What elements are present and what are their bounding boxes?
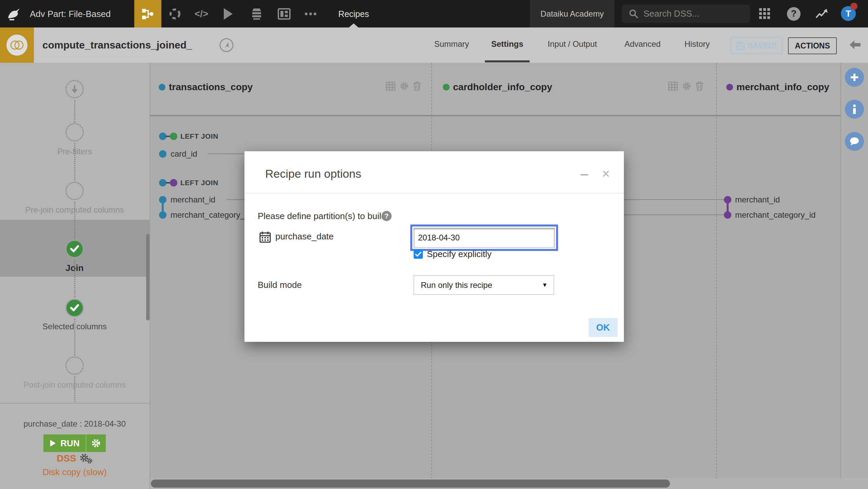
trash-icon[interactable] <box>695 81 704 91</box>
collapse-panel-arrow-icon[interactable] <box>849 40 861 50</box>
field-dot <box>159 196 166 203</box>
add-dataset-button[interactable] <box>845 68 864 87</box>
field-dot <box>159 211 166 219</box>
horizontal-scrollbar-thumb[interactable] <box>151 480 670 488</box>
dataset-color-dot <box>726 84 733 91</box>
lab-icon[interactable] <box>168 7 182 21</box>
right-action-rail <box>841 63 868 478</box>
step-connector <box>74 376 75 402</box>
jobs-list-icon[interactable] <box>250 7 263 21</box>
dataiku-bird-logo[interactable] <box>6 6 21 21</box>
info-icon <box>852 104 856 114</box>
run-options-gear[interactable] <box>86 434 106 452</box>
build-mode-select[interactable]: Run only this recipe ▼ <box>414 275 554 295</box>
tab-input-output[interactable]: Input / Output <box>548 39 597 49</box>
actions-button[interactable]: ACTIONS <box>788 37 837 54</box>
check-icon <box>415 252 421 257</box>
venn-circles-icon <box>6 35 27 56</box>
tab-settings[interactable]: Settings <box>491 39 524 49</box>
close-icon[interactable]: × <box>602 166 610 181</box>
current-section-label: Recipes <box>338 9 369 19</box>
trash-icon[interactable] <box>413 81 421 91</box>
join-steps-sidebar: Pre-filters Pre-join computed columns Jo… <box>0 63 150 489</box>
comments-button[interactable] <box>845 132 864 151</box>
tab-advanced[interactable]: Advanced <box>625 39 661 49</box>
project-name[interactable]: Adv Part: File-Based <box>30 9 111 19</box>
dataset-color-dot <box>159 84 165 91</box>
field-dot <box>724 211 731 219</box>
dataset-name-cardholder: cardholder_info_copy <box>453 82 552 93</box>
field-dot <box>159 150 166 158</box>
info-button[interactable] <box>845 100 864 119</box>
help-icon[interactable]: ? <box>381 211 392 221</box>
tab-summary[interactable]: Summary <box>434 39 469 49</box>
step-connector <box>74 100 75 122</box>
join-field[interactable]: merchant_category_ <box>171 210 245 220</box>
horizontal-scrollbar-track[interactable] <box>150 478 868 489</box>
dss-app-window: Adv Part: File-Based </> Recipes Dataiku… <box>0 0 868 489</box>
trend-icon[interactable] <box>815 8 829 20</box>
input-step-node[interactable] <box>65 80 84 98</box>
search-icon <box>629 9 639 19</box>
table-icon[interactable] <box>668 82 678 91</box>
partition-value-field <box>410 224 558 251</box>
step-circle <box>65 123 84 141</box>
gear-icon[interactable] <box>682 81 691 91</box>
step-done-circle <box>65 240 84 258</box>
join-type-label[interactable]: LEFT JOIN <box>180 132 218 140</box>
dashboard-icon[interactable] <box>278 8 291 20</box>
specify-explicitly-label[interactable]: Specify explicitly <box>427 249 492 259</box>
global-search[interactable] <box>622 5 750 23</box>
partition-summary: purchase_date : 2018-04-30 <box>23 419 126 429</box>
step-connector <box>74 202 75 239</box>
run-label: RUN <box>60 438 79 449</box>
join-type-label[interactable]: LEFT JOIN <box>180 179 218 187</box>
engine-detail-link[interactable]: Disk copy (slow) <box>42 467 106 477</box>
notification-dot <box>850 3 857 10</box>
build-mode-value: Run only this recipe <box>421 280 492 290</box>
dataset-name-merchant: merchant_info_copy <box>736 82 838 93</box>
build-mode-label: Build mode <box>258 280 302 290</box>
apps-grid-icon[interactable] <box>759 8 771 20</box>
active-tab-underline <box>485 60 530 62</box>
join-field[interactable]: merchant_id <box>171 195 215 204</box>
flow-icon[interactable] <box>134 0 161 27</box>
search-input[interactable] <box>643 8 746 19</box>
floppy-disk-icon <box>736 41 745 50</box>
chat-bubble-icon <box>849 137 860 146</box>
section-notch <box>349 23 358 27</box>
table-icon[interactable] <box>386 82 395 91</box>
minimize-icon[interactable]: – <box>580 166 588 181</box>
go-to-flow-icon[interactable] <box>219 38 234 53</box>
sidebar-scrollbar-thumb[interactable] <box>146 234 150 320</box>
run-button-main[interactable]: RUN <box>43 434 86 452</box>
code-icon[interactable]: </> <box>195 8 208 19</box>
join-field[interactable]: merchant_category_id <box>735 210 815 220</box>
saved-button[interactable]: SAVED! <box>730 37 782 54</box>
top-navbar: Adv Part: File-Based </> Recipes Dataiku… <box>0 0 868 27</box>
specify-explicitly-checkbox[interactable] <box>414 250 423 259</box>
engine-label[interactable]: DSS <box>57 453 76 464</box>
join-field[interactable]: card_id <box>171 149 197 159</box>
step-circle <box>65 356 84 375</box>
academy-button[interactable]: Dataiku Academy <box>530 0 614 27</box>
chevron-down-icon: ▼ <box>542 282 548 289</box>
join-target-dot <box>170 133 177 140</box>
help-icon[interactable]: ? <box>787 7 801 21</box>
more-menu-icon[interactable] <box>304 12 317 16</box>
tab-history[interactable]: History <box>685 39 710 49</box>
engine-gears-icon[interactable] <box>79 453 93 464</box>
gear-icon[interactable] <box>399 81 409 91</box>
ok-button[interactable]: OK <box>589 318 617 337</box>
step-done-circle <box>65 299 84 317</box>
dataset-toolbar <box>668 81 704 91</box>
dataset-toolbar <box>386 81 421 91</box>
partition-value-input[interactable] <box>414 228 555 248</box>
run-button[interactable]: RUN <box>43 434 106 452</box>
partition-dimension-label: purchase_date <box>275 231 334 242</box>
play-icon <box>50 439 56 447</box>
run-panel-divider <box>0 403 150 404</box>
join-field[interactable]: merchant_id <box>735 195 780 204</box>
step-connector <box>74 319 75 355</box>
run-jobs-icon[interactable] <box>222 7 234 20</box>
